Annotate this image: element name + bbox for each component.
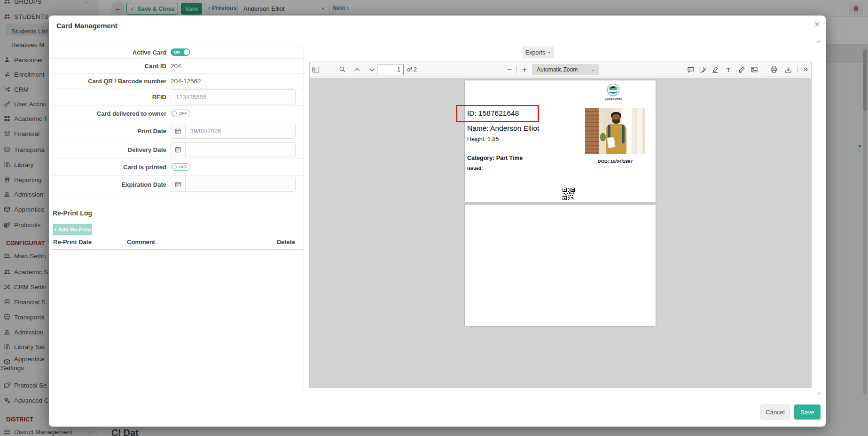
card-qr-value: 204-12562 <box>171 78 201 85</box>
rfid-input[interactable] <box>171 89 296 104</box>
add-reprint-button[interactable]: + Add Re-Print <box>53 224 92 235</box>
expiration-date-input[interactable] <box>186 177 296 192</box>
student-photo <box>585 108 645 154</box>
field-label: Card ID <box>51 63 166 70</box>
card-dob-line: DOB: 15/04/1997 <box>585 159 645 164</box>
highlighter-tool-icon[interactable] <box>710 64 720 75</box>
cancel-button[interactable]: Cancel <box>760 404 790 420</box>
field-label: Card delivered to owner <box>51 110 166 117</box>
form-row-rfid: RFID <box>51 88 304 105</box>
search-icon[interactable] <box>337 64 347 75</box>
zoom-out-icon[interactable] <box>504 64 515 75</box>
form-row-expiration-date: Expiration Date <box>51 175 304 193</box>
toggle-state-label: OFF <box>179 165 187 169</box>
exports-label: Exports <box>525 49 545 56</box>
toggle-knob <box>184 49 189 55</box>
field-label: RFID <box>51 94 166 101</box>
active-card-toggle[interactable]: ON <box>171 48 190 56</box>
close-icon[interactable]: × <box>810 17 824 32</box>
toolbar-separator <box>516 66 517 73</box>
form-row-active-card: Active Card ON <box>51 46 304 58</box>
form-row-print-date: Print Date <box>51 121 304 141</box>
school-logo <box>607 83 620 96</box>
screen: GROUPS⌄STUDENTSStudents ListRelatives MP… <box>0 0 868 436</box>
image-tool-icon[interactable] <box>749 64 759 75</box>
calendar-icon[interactable] <box>171 142 186 157</box>
field-label: Print Date <box>51 127 166 135</box>
pdf-canvas-area[interactable]: College Demo ID: 1587621648 Name: Anders… <box>310 78 811 388</box>
card-printed-toggle[interactable]: OFF <box>171 163 190 171</box>
toggle-knob <box>172 111 177 116</box>
dropdown-caret-icon: ▼ <box>547 51 551 54</box>
svg-text:T: T <box>727 66 730 73</box>
sidebar-toggle-icon[interactable] <box>311 64 321 75</box>
find-previous-icon[interactable] <box>352 64 362 75</box>
field-label: Active Card <box>51 49 166 56</box>
toggle-knob <box>172 165 177 169</box>
draw-tool-icon[interactable] <box>736 64 747 75</box>
zoom-select-value: Automatic Zoom <box>537 66 578 73</box>
scroll-up-icon[interactable] <box>815 38 822 45</box>
modal-title: Card Management <box>56 22 117 30</box>
card-issued-line: Issued: <box>467 166 483 171</box>
toolbar-separator <box>797 66 798 73</box>
field-label: Expiration Date <box>51 181 166 188</box>
page-number-input[interactable] <box>377 64 404 75</box>
card-delivered-toggle[interactable]: OFF <box>171 110 190 117</box>
save-button[interactable]: Save <box>794 404 821 420</box>
pdf-toolbar: of 2 Automatic Zoom⌄ T <box>310 62 811 77</box>
delivery-date-input[interactable] <box>186 142 296 157</box>
toggle-state-label: ON <box>174 50 180 55</box>
page-count-label: of 2 <box>407 66 417 73</box>
calendar-icon[interactable] <box>171 177 186 192</box>
form-row-delivery-date: Delivery Date <box>51 141 304 158</box>
text-tool-icon[interactable]: T <box>723 64 734 75</box>
column-comment: Comment <box>127 238 155 246</box>
panel-divider <box>304 46 304 389</box>
more-tools-icon[interactable] <box>800 64 810 75</box>
school-name: College Demo <box>599 97 627 100</box>
field-label: Card QR / Barcode number <box>51 78 166 85</box>
blank-page <box>465 205 656 326</box>
calendar-icon[interactable] <box>171 124 186 139</box>
pdf-viewer: of 2 Automatic Zoom⌄ T <box>309 62 812 388</box>
zoom-select[interactable]: Automatic Zoom⌄ <box>532 64 599 75</box>
print-date-input[interactable] <box>186 124 296 139</box>
form-row-printed: Card is printed OFF <box>51 158 304 175</box>
form-row-card-id: Card ID 204 <box>51 58 304 73</box>
card-id-value: 204 <box>171 63 181 70</box>
card-form: Active Card ON Card ID 204 Card QR / Bar… <box>51 46 304 193</box>
scroll-down-icon[interactable] <box>815 389 822 397</box>
card-name-line: Name: Anderson Elliot <box>467 124 539 133</box>
zoom-in-icon[interactable] <box>519 64 530 75</box>
download-icon[interactable] <box>783 64 793 75</box>
column-delete: Delete <box>277 238 295 246</box>
qr-code-icon <box>563 188 575 200</box>
reprint-table-header: Re-Print Date Comment Delete <box>51 238 304 250</box>
card-id-line: ID: 1587621648 <box>467 109 519 118</box>
card-management-modal: Card Management × Active Card ON Card ID… <box>49 16 826 427</box>
card-page: College Demo ID: 1587621648 Name: Anders… <box>465 80 656 202</box>
column-reprint-date: Re-Print Date <box>53 238 92 246</box>
toggle-state-label: OFF <box>179 111 187 116</box>
card-category-line: Category: Part Time <box>467 155 523 161</box>
reprint-log-heading: Re-Print Log <box>53 209 92 217</box>
form-row-delivered: Card delivered to owner OFF <box>51 105 304 121</box>
exports-button[interactable]: Exports▼ <box>523 47 554 58</box>
field-label: Card is printed <box>51 164 166 171</box>
form-row-card-qr: Card QR / Barcode number 204-12562 <box>51 73 304 88</box>
signature-tool-icon[interactable] <box>697 64 708 75</box>
comment-tool-icon[interactable] <box>686 64 696 75</box>
toolbar-separator <box>763 66 763 73</box>
card-height-line: Height: 1.85 <box>467 136 499 143</box>
print-icon[interactable] <box>769 64 779 75</box>
toolbar-separator <box>364 66 364 73</box>
find-next-icon[interactable] <box>367 64 377 75</box>
field-label: Delivery Date <box>51 146 166 153</box>
chevron-down-icon: ⌄ <box>591 68 594 72</box>
